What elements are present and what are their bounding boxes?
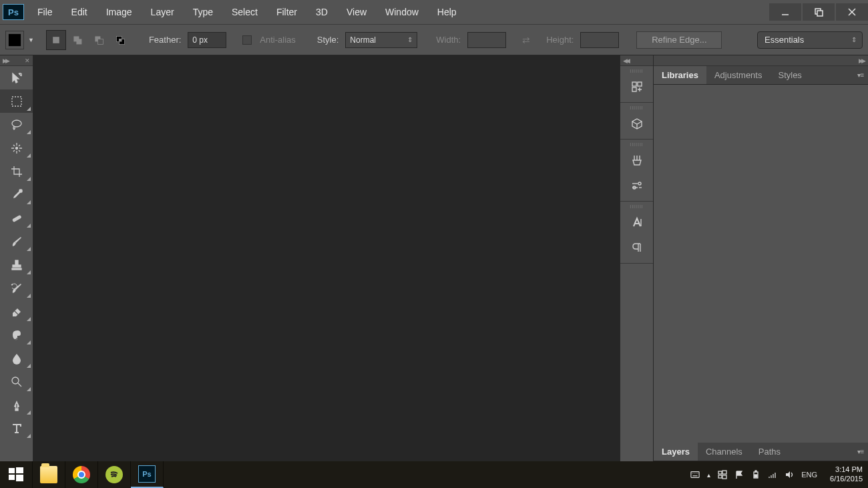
eraser-tool[interactable] [0, 300, 33, 323]
svg-rect-32 [632, 87, 636, 91]
tray-chevron-icon[interactable]: ▴ [707, 471, 710, 479]
taskbar-spotify[interactable] [98, 461, 131, 488]
svg-point-15 [12, 120, 21, 127]
flag-icon[interactable] [734, 470, 744, 479]
brushes-panel-icon[interactable] [620, 148, 653, 173]
antialias-label: Anti-alias [260, 35, 295, 45]
menu-help[interactable]: Help [428, 1, 466, 23]
character-panel-icon[interactable] [620, 210, 653, 235]
maximize-button[interactable] [803, 3, 835, 21]
close-button[interactable] [836, 3, 868, 21]
tools-panel: ▶▶✕ [0, 55, 33, 461]
bottom-panel-menu-icon[interactable]: ▾≡ [853, 443, 868, 461]
feather-input[interactable] [188, 32, 226, 48]
wifi-icon[interactable] [768, 470, 777, 479]
svg-point-26 [12, 377, 19, 384]
system-clock[interactable]: 3:14 PM 6/16/2015 [830, 465, 863, 484]
language-indicator[interactable]: ENG [801, 471, 817, 479]
top-panel-menu-icon[interactable]: ▾≡ [853, 66, 868, 84]
height-input [580, 32, 619, 48]
svg-point-19 [13, 220, 15, 221]
svg-rect-31 [638, 82, 642, 86]
svg-rect-49 [718, 471, 722, 474]
3d-panel-icon[interactable] [620, 111, 653, 136]
tool-preset-dropdown[interactable]: ▼ [28, 37, 34, 43]
menu-filter[interactable]: Filter [267, 1, 306, 23]
svg-rect-5 [9, 33, 21, 45]
style-label: Style: [317, 35, 339, 45]
menu-image[interactable]: Image [97, 1, 142, 23]
taskbar-photoshop[interactable]: Ps [131, 461, 164, 488]
svg-rect-43 [691, 472, 699, 478]
svg-rect-39 [9, 468, 15, 473]
marquee-tool[interactable] [0, 89, 33, 113]
start-button[interactable] [0, 461, 33, 488]
taskbar-chrome[interactable] [65, 461, 98, 488]
brush-tool[interactable] [0, 230, 33, 253]
pen-tool[interactable] [0, 393, 33, 417]
menu-select[interactable]: Select [222, 1, 267, 23]
tab-adjustments[interactable]: Adjustments [706, 66, 771, 84]
menu-type[interactable]: Type [184, 1, 222, 23]
taskbar-explorer[interactable] [33, 461, 65, 488]
selection-add[interactable] [67, 30, 87, 50]
tab-layers[interactable]: Layers [654, 443, 698, 461]
tab-styles[interactable]: Styles [770, 66, 809, 84]
stamp-tool[interactable] [0, 253, 33, 276]
svg-rect-6 [53, 37, 59, 43]
healing-brush-tool[interactable] [0, 206, 33, 230]
collapsed-panels-dock: ◀◀ IIIIIII IIIIIII IIIIIII IIIIIII [620, 55, 653, 461]
svg-rect-22 [15, 260, 18, 265]
selection-subtract[interactable] [89, 30, 109, 50]
eyedropper-tool[interactable] [0, 183, 33, 206]
history-brush-tool[interactable] [0, 276, 33, 300]
svg-point-35 [638, 182, 641, 185]
battery-icon[interactable] [751, 470, 761, 479]
swatches-panel-icon[interactable] [620, 173, 653, 198]
height-label: Height: [546, 35, 574, 45]
paragraph-panel-icon[interactable] [620, 235, 653, 260]
menu-edit[interactable]: Edit [62, 1, 97, 23]
spotify-icon [105, 466, 123, 483]
tray-windows-icon[interactable] [718, 470, 727, 479]
right-panels: ▶▶ Libraries Adjustments Styles ▾≡ Layer… [653, 55, 868, 461]
refine-edge-button[interactable]: Refine Edge... [636, 31, 722, 49]
menu-file[interactable]: File [28, 1, 62, 23]
keyboard-icon[interactable] [690, 470, 700, 479]
history-panel-icon[interactable] [620, 74, 653, 99]
menu-view[interactable]: View [337, 1, 376, 23]
canvas-area[interactable] [33, 55, 620, 461]
dodge-tool[interactable] [0, 370, 33, 393]
tab-libraries[interactable]: Libraries [654, 66, 706, 84]
svg-line-27 [18, 383, 21, 387]
style-select[interactable]: Normal [345, 32, 417, 48]
type-tool[interactable] [0, 417, 33, 440]
blur-tool[interactable] [0, 346, 33, 370]
svg-rect-30 [632, 82, 636, 86]
svg-point-16 [15, 147, 17, 149]
panel-collapse[interactable]: ▶▶ [654, 55, 868, 66]
svg-point-21 [19, 217, 20, 218]
menu-layer[interactable]: Layer [142, 1, 184, 23]
tab-channels[interactable]: Channels [698, 443, 750, 461]
gradient-tool[interactable] [0, 323, 33, 346]
workspace-select[interactable]: Essentials [757, 31, 863, 49]
crop-tool[interactable] [0, 160, 33, 183]
dock-expand[interactable]: ◀◀ [620, 55, 653, 66]
current-tool-icon[interactable] [5, 31, 24, 49]
selection-intersect[interactable] [110, 30, 130, 50]
menu-3d[interactable]: 3D [306, 1, 337, 23]
minimize-button[interactable] [769, 3, 801, 21]
magic-wand-tool[interactable] [0, 136, 33, 160]
tools-grip[interactable]: ▶▶✕ [0, 55, 33, 66]
svg-rect-54 [755, 471, 756, 472]
menu-bar: Ps File Edit Image Layer Type Select Fil… [0, 0, 868, 24]
volume-icon[interactable] [785, 470, 794, 479]
selection-new[interactable] [46, 30, 66, 50]
lasso-tool[interactable] [0, 113, 33, 136]
menu-window[interactable]: Window [376, 1, 428, 23]
move-tool[interactable] [0, 66, 33, 89]
tab-paths[interactable]: Paths [750, 443, 789, 461]
chrome-icon [73, 466, 90, 483]
libraries-panel-body[interactable] [654, 85, 868, 443]
